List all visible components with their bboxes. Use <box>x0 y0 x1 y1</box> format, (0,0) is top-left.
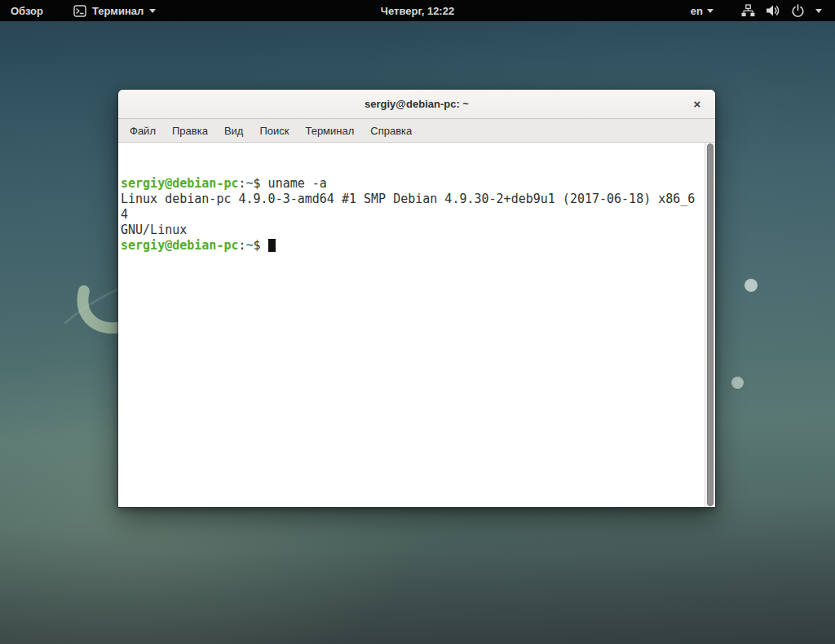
terminal-line: GNU/Linux <box>121 223 702 238</box>
app-menu-button[interactable]: Терминал <box>67 0 162 21</box>
wallpaper-dot <box>731 377 744 389</box>
system-menu-button[interactable] <box>722 0 830 21</box>
terminal-text-segment: Linux debian-pc 4.9.0-3-amd64 #1 SMP Deb… <box>121 192 695 222</box>
keyboard-layout-button[interactable]: en <box>683 0 722 21</box>
window-titlebar[interactable]: sergiy@debian-pc: ~ × <box>118 90 715 119</box>
chevron-down-icon <box>149 9 156 13</box>
terminal-line: sergiy@debian-pc:~$ <box>121 238 702 254</box>
app-menu-label: Терминал <box>92 5 144 17</box>
menu-item-view[interactable]: Вид <box>216 121 252 140</box>
terminal-line: Linux debian-pc 4.9.0-3-amd64 #1 SMP Deb… <box>121 192 702 223</box>
scrollbar-thumb[interactable] <box>707 143 714 506</box>
terminal-menubar: ФайлПравкаВидПоискТерминалСправка <box>118 119 715 143</box>
terminal-text-segment: ~ <box>246 238 254 253</box>
terminal-text-segment: $ <box>254 238 268 253</box>
terminal-text-segment: ~ <box>246 176 254 191</box>
clock-button[interactable]: Четверг, 12:22 <box>374 0 461 21</box>
terminal-text-segment: : <box>239 238 246 253</box>
keyboard-layout-label: en <box>691 5 703 17</box>
chevron-down-icon <box>707 9 714 13</box>
terminal-text-segment: sergiy@debian-pc <box>121 176 239 191</box>
terminal-text-segment: sergiy@debian-pc <box>121 238 239 253</box>
wallpaper-dot <box>744 279 758 292</box>
menu-item-file[interactable]: Файл <box>121 121 164 140</box>
terminal-cursor <box>268 239 276 252</box>
scrollbar[interactable] <box>705 143 715 507</box>
close-button[interactable]: × <box>689 96 705 112</box>
terminal-text-segment: $ uname -a <box>254 176 327 191</box>
volume-icon <box>766 4 780 17</box>
menu-item-search[interactable]: Поиск <box>251 121 297 140</box>
network-wired-icon <box>741 4 755 17</box>
chevron-down-icon <box>815 9 822 13</box>
menu-item-edit[interactable]: Правка <box>164 121 216 140</box>
clock-label: Четверг, 12:22 <box>381 5 454 17</box>
window-title: sergiy@debian-pc: ~ <box>364 98 469 110</box>
activities-label: Обзор <box>11 5 43 17</box>
terminal-window: sergiy@debian-pc: ~ × ФайлПравкаВидПоиск… <box>118 90 715 507</box>
menu-item-terminal[interactable]: Терминал <box>297 121 362 140</box>
terminal-screen[interactable]: sergiy@debian-pc:~$ uname -aLinux debian… <box>118 143 715 507</box>
terminal-text-segment: : <box>239 176 246 191</box>
gnome-top-bar: Обзор Терминал Четверг, 12:22 en <box>0 0 835 21</box>
power-icon <box>791 4 805 18</box>
terminal-icon <box>73 5 86 17</box>
menu-item-help[interactable]: Справка <box>362 121 420 140</box>
activities-button[interactable]: Обзор <box>0 0 54 21</box>
terminal-line: sergiy@debian-pc:~$ uname -a <box>121 176 702 192</box>
top-bar-right: en <box>683 0 830 21</box>
terminal-text-segment: GNU/Linux <box>121 223 187 237</box>
